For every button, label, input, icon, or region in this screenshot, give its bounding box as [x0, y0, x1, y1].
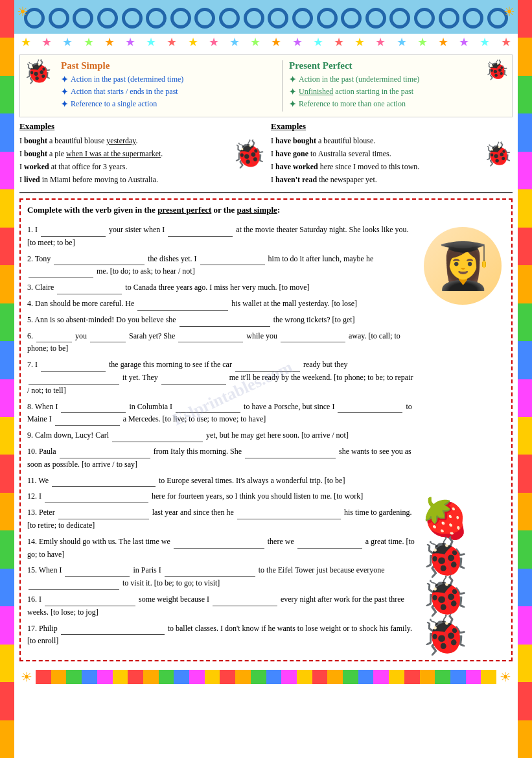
- ps-ex-4: I lived in Miami before moving to Austra…: [19, 174, 227, 185]
- right-strip-cell: [518, 530, 532, 568]
- exercise-item-6: 6. you Sarah yet? She while you away. [t…: [27, 330, 415, 356]
- right-strip-cell: [518, 379, 532, 417]
- star-icon: ★: [21, 35, 31, 49]
- exercise-item-4: 4. Dan should be more careful. He his wa…: [27, 298, 415, 311]
- pp-point-1: ✦ Action in the past (undetermined time): [289, 75, 503, 85]
- right-strip-cell: [518, 341, 532, 379]
- star-icon: ★: [292, 35, 303, 49]
- ps-point-3: ✦ Reference to a single action: [61, 99, 275, 110]
- star-icon: ★: [334, 35, 344, 49]
- bottom-strip-cell: [205, 670, 220, 684]
- bottom-strip-cell: [373, 670, 389, 684]
- exercise-item-12: 12. I here for fourteen years, so I thin…: [27, 490, 415, 503]
- spiral-ring: [122, 8, 143, 29]
- bottom-strip-cell: [404, 670, 420, 684]
- star-icon: ★: [501, 35, 511, 49]
- exercise-item-2: 2. Tony the dishes yet. I him to do it a…: [27, 253, 415, 279]
- spiral-ring: [170, 8, 191, 29]
- left-strip-cell: [0, 682, 14, 720]
- exercise-item-9: 9. Calm down, Lucy! Carl yet, but he may…: [27, 429, 415, 442]
- bottom-strip-cell: [174, 670, 189, 684]
- exercise-item-11: 11. We to Europe several times. It's alw…: [27, 475, 415, 488]
- spirals-row: [14, 5, 518, 29]
- pp-examples-box: Examples I have bought a beautiful blous…: [271, 121, 478, 187]
- star-icon: ★: [250, 35, 260, 49]
- ps-ex-3: I worked at that office for 3 years.: [19, 161, 227, 172]
- bottom-strip-cell: [220, 670, 235, 684]
- star-icon: ★: [354, 35, 365, 49]
- left-strip-cell: [0, 303, 14, 341]
- right-decorations: 👩‍🎓 🍓🐞🐞🐞: [421, 220, 505, 655]
- exercise-content: 1. I your sister when I at the movie the…: [27, 220, 505, 655]
- exercise-item-5: 5. Ann is so absent-minded! Do you belie…: [27, 314, 415, 327]
- spiral-ring: [97, 8, 118, 29]
- bottom-strip-cell: [327, 670, 343, 684]
- spiral-ring: [365, 8, 386, 29]
- bottom-strip-cell: [189, 670, 205, 684]
- ps-ex-1: I bought a beautiful blouse yesterday.: [19, 135, 227, 147]
- star-icon: ★: [229, 35, 240, 49]
- left-strip-cell: [0, 189, 14, 227]
- right-strip-cell: [518, 265, 532, 303]
- spiral-ring: [49, 8, 69, 29]
- star-icon: ★: [41, 35, 52, 49]
- star-icon: ★: [417, 35, 428, 49]
- pp-ex-2: I have gone to Australia several times.: [271, 148, 478, 160]
- spiral-ring: [268, 8, 288, 29]
- sun-icon-tl: ☀: [17, 4, 29, 19]
- ladybug-ex-right-icon: 🐞: [483, 141, 513, 168]
- left-strip-cell: [0, 720, 14, 758]
- star-icon: ★: [438, 35, 448, 49]
- bottom-strip-cell: [312, 670, 328, 684]
- bottom-strip-cell: [143, 670, 159, 684]
- right-strip-cell: [518, 228, 532, 265]
- present-perfect-title: Present Perfect: [289, 60, 503, 71]
- right-strip-cell: [518, 417, 532, 455]
- bottom-strip-cell: [97, 670, 113, 684]
- left-strip-cell: [0, 341, 14, 379]
- spiral-ring: [73, 8, 93, 29]
- right-strip-cell: [518, 720, 532, 758]
- left-strip-cell: [0, 152, 14, 189]
- spiral-ring: [146, 8, 167, 29]
- past-examples-title: Examples: [19, 121, 227, 132]
- right-strip-cell: [518, 493, 532, 530]
- spiral-ring: [414, 8, 435, 29]
- exercise-item-17: 17. Philip to ballet classes. I don't kn…: [27, 622, 415, 648]
- page: ☀ ☀ ★★★★★★★★★★★★★★★★★★★★★★★★ 🐞 Past Simp…: [0, 0, 532, 758]
- ps-point-1: ✦ Action in the past (determined time): [61, 75, 275, 85]
- star-icon: ★: [146, 35, 156, 49]
- bottom-strip-cell: [420, 670, 435, 684]
- left-strip-cell: [0, 0, 14, 38]
- right-strip-cell: [518, 76, 532, 113]
- grammar-divider: [282, 60, 283, 112]
- bottom-strip-cell: [66, 670, 82, 684]
- star-icon: ★: [459, 35, 469, 49]
- left-strip-cell: [0, 228, 14, 265]
- star-icon: ★: [209, 35, 219, 49]
- reading-girl-illustration: 👩‍🎓: [424, 227, 502, 305]
- star-icon: ★: [397, 35, 407, 49]
- right-strip-cell: [518, 455, 532, 492]
- past-examples-box: Examples I bought a beautiful blouse yes…: [19, 121, 227, 187]
- ladybug-bunch-illustration: 🍓🐞🐞🐞: [421, 499, 505, 655]
- examples-section: Examples I bought a beautiful blouse yes…: [19, 121, 513, 193]
- bottom-strip-cell: [435, 670, 450, 684]
- bottom-strip-cell: [113, 670, 128, 684]
- stars-row: ★★★★★★★★★★★★★★★★★★★★★★★★: [14, 34, 518, 51]
- bottom-strip-cell: [251, 670, 266, 684]
- bottom-strip-cell: [297, 670, 312, 684]
- bottom-strip-cell: [466, 670, 481, 684]
- exercise-item-7: 7. I the garage this morning to see if t…: [27, 359, 415, 397]
- spiral-ring: [244, 8, 264, 29]
- left-color-bar: [0, 0, 14, 758]
- star-icon: ★: [125, 35, 135, 49]
- right-strip-cell: [518, 606, 532, 644]
- left-strip-cell: [0, 76, 14, 113]
- star-icon: ★: [104, 35, 115, 49]
- bottom-strip-cell: [450, 670, 466, 684]
- left-strip-cell: [0, 530, 14, 568]
- pp-point-3: ✦ Reference to more than one action: [289, 99, 503, 110]
- bottom-strip-cell: [159, 670, 174, 684]
- pp-ex-4: I haven't read the newspaper yet.: [271, 174, 478, 185]
